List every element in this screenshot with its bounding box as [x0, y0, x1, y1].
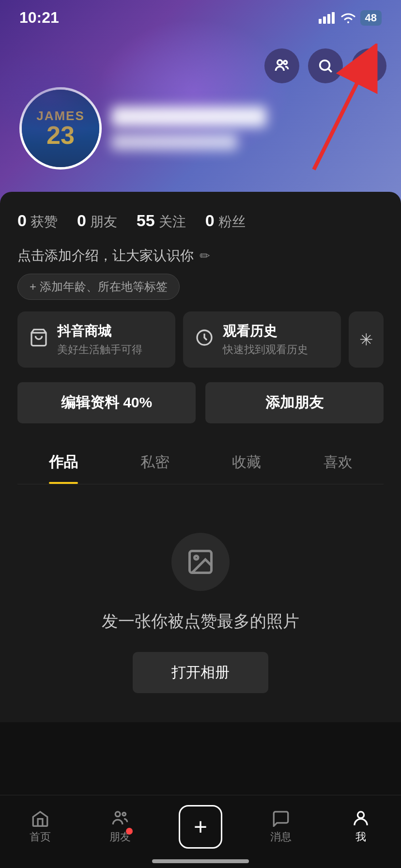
username-blur-1: [111, 107, 266, 127]
svg-point-10: [195, 556, 199, 560]
avatar-circle: JAMES 23: [19, 87, 102, 170]
avatar-jersey: JAMES 23: [22, 90, 99, 167]
likes-label: 获赞: [31, 213, 58, 231]
username-blur-2: [111, 134, 237, 150]
menu-icon: [361, 58, 377, 74]
nav-messages-label: 消息: [270, 830, 292, 844]
svg-point-5: [284, 61, 287, 64]
shop-subtitle: 美好生活触手可得: [57, 342, 142, 357]
username-area: [111, 107, 266, 150]
bio-placeholder: 点击添加介绍，让大家认识你: [17, 247, 194, 265]
shop-card-text: 抖音商城 美好生活触手可得: [57, 322, 142, 357]
home-icon: [31, 809, 50, 827]
nav-post[interactable]: +: [160, 805, 241, 849]
svg-rect-1: [323, 16, 326, 24]
wifi-icon: [340, 12, 356, 24]
cart-icon: [29, 328, 48, 352]
tags-add-button[interactable]: + 添加年龄、所在地等标签: [17, 274, 180, 300]
home-indicator: [152, 859, 249, 863]
shop-title: 抖音商城: [57, 322, 142, 341]
svg-rect-3: [332, 12, 335, 24]
fans-count: 0: [205, 211, 215, 230]
empty-state: 发一张你被点赞最多的照片 打开相册: [17, 484, 384, 722]
bio-text[interactable]: 点击添加介绍，让大家认识你 ✏: [17, 247, 384, 265]
profile-icon: [351, 809, 370, 827]
bio-section: 点击添加介绍，让大家认识你 ✏ + 添加年龄、所在地等标签: [17, 247, 384, 300]
history-card-text: 观看历史 快速找到观看历史: [223, 322, 308, 357]
empty-text: 发一张你被点赞最多的照片: [102, 610, 299, 633]
header-actions: [264, 48, 386, 83]
stats-row: 0 获赞 0 朋友 55 关注 0 粉丝: [17, 211, 384, 231]
status-icons: 48: [319, 10, 382, 26]
stat-following: 55 关注: [137, 211, 186, 231]
friends-label: 朋友: [90, 213, 117, 231]
service-row: 抖音商城 美好生活触手可得 观看历史 快速找到观看历史 ✳: [17, 311, 384, 368]
stat-friends: 0 朋友: [77, 211, 117, 231]
open-album-button[interactable]: 打开相册: [133, 652, 268, 693]
stat-likes: 0 获赞: [17, 211, 58, 231]
menu-button[interactable]: [352, 48, 386, 83]
nav-plus-button[interactable]: +: [179, 805, 222, 849]
following-label: 关注: [159, 213, 186, 231]
add-friend-button[interactable]: 添加朋友: [205, 382, 384, 423]
photo-icon: [186, 547, 215, 576]
history-title: 观看历史: [223, 322, 308, 341]
tab-like-label: 喜欢: [324, 454, 353, 470]
tags-add-label: + 添加年龄、所在地等标签: [30, 279, 168, 294]
svg-point-11: [116, 812, 121, 817]
content-tabs: 作品 私密 收藏 喜欢: [17, 441, 384, 484]
stat-fans: 0 粉丝: [205, 211, 246, 231]
svg-rect-0: [319, 19, 322, 24]
search-button[interactable]: [308, 48, 343, 83]
friends-button[interactable]: [264, 48, 299, 83]
nav-profile-label: 我: [355, 830, 366, 844]
tab-collect[interactable]: 收藏: [200, 441, 292, 484]
messages-icon: [271, 809, 291, 827]
fans-label: 粉丝: [218, 213, 246, 231]
nav-home-label: 首页: [30, 830, 51, 844]
search-icon: [317, 58, 334, 74]
tab-works[interactable]: 作品: [17, 441, 109, 484]
battery-indicator: 48: [360, 10, 382, 26]
svg-point-6: [320, 61, 330, 70]
clock-icon: [195, 328, 214, 352]
action-buttons: 编辑资料 40% 添加朋友: [17, 382, 384, 423]
following-count: 55: [137, 211, 155, 230]
nav-friends[interactable]: 朋友: [80, 809, 161, 844]
friends-icon: [274, 58, 290, 74]
edit-profile-button[interactable]: 编辑资料 40%: [17, 382, 196, 423]
shop-card[interactable]: 抖音商城 美好生活触手可得: [17, 311, 175, 368]
svg-point-12: [123, 813, 126, 816]
profile-body: 0 获赞 0 朋友 55 关注 0 粉丝 点击添加介绍，让大家认识你 ✏ + 添…: [0, 192, 401, 722]
tab-collect-label: 收藏: [232, 454, 261, 470]
svg-point-4: [278, 60, 282, 65]
bottom-nav: 首页 朋友 + 消息 我: [0, 795, 401, 868]
jersey-number: 23: [46, 123, 75, 148]
tab-like[interactable]: 喜欢: [292, 441, 384, 484]
svg-point-13: [358, 812, 364, 818]
nav-messages[interactable]: 消息: [241, 809, 321, 844]
svg-rect-2: [327, 14, 330, 24]
empty-icon-circle: [171, 533, 230, 591]
history-card[interactable]: 观看历史 快速找到观看历史: [183, 311, 341, 368]
jersey-name: JAMES: [36, 109, 85, 123]
nav-friends-label: 朋友: [109, 830, 131, 844]
status-time: 10:21: [19, 9, 59, 27]
history-subtitle: 快速找到观看历史: [223, 342, 308, 357]
nav-profile[interactable]: 我: [321, 809, 401, 844]
star-button[interactable]: ✳: [349, 311, 384, 368]
signal-icon: [319, 12, 336, 24]
star-icon: ✳: [359, 330, 373, 349]
plus-icon: +: [194, 815, 207, 838]
nav-friends-icon: [110, 809, 130, 827]
tab-works-label: 作品: [49, 454, 78, 470]
bio-edit-icon[interactable]: ✏: [200, 248, 210, 264]
nav-home[interactable]: 首页: [0, 809, 80, 844]
profile-avatar: JAMES 23: [19, 87, 102, 170]
status-bar: 10:21 48: [0, 0, 401, 31]
tab-private-label: 私密: [140, 454, 170, 470]
likes-count: 0: [17, 211, 27, 230]
tab-private[interactable]: 私密: [109, 441, 200, 484]
friends-count: 0: [77, 211, 86, 230]
